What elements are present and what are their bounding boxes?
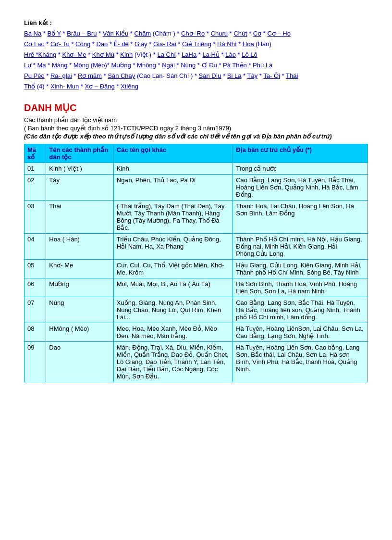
link-cong[interactable]: Công — [75, 40, 90, 48]
cell-ten: Khơ- Me — [46, 259, 113, 278]
cell-ten: Hoa ( Hán) — [46, 233, 113, 259]
link-mnong[interactable]: Mnông — [137, 62, 156, 69]
cell-maso: 06 — [24, 278, 46, 297]
table-row: 09DaoMán, Động, Trại, Xá, Dìu, Miền, Kiề… — [24, 341, 368, 382]
link-ta-oi[interactable]: Ta- Ôi — [263, 72, 280, 79]
link-la-hu[interactable]: La Hủ — [202, 51, 219, 58]
cell-diaban: Hà Tuyên, Hoàng Liên Sơn, Cao bằng, Lang… — [233, 341, 368, 382]
link-ha-nhi[interactable]: Hà Nhì — [217, 40, 236, 48]
cell-tengoi: ( Thái trắng), Tày Đăm (Thái Đen), Tày M… — [113, 200, 233, 233]
table-row: 03Thái( Thái trắng), Tày Đăm (Thái Đen),… — [24, 200, 368, 233]
link-ro-mam[interactable]: Rơ măm — [78, 72, 102, 79]
table-row: 02TàyNgạn, Phén, Thủ Lao, Pa DíCao Bằng,… — [24, 174, 368, 200]
lien-ket-title: Liên kết : — [24, 19, 368, 26]
cell-tengoi: Xuồng, Giàng, Nùng An, Phàn Sinh, Nùng C… — [113, 297, 233, 323]
cell-maso: 08 — [24, 323, 46, 341]
cell-maso: 03 — [24, 200, 46, 233]
link-mang[interactable]: Màng — [52, 62, 68, 69]
header-diaban: Địa bàn cư trú chủ yếu (*) — [233, 144, 368, 163]
table-row: 04Hoa ( Hán)Triều Châu, Phúc Kiến, Quảng… — [24, 233, 368, 259]
link-cho-ro[interactable]: Chơ- Ro — [181, 30, 205, 37]
link-si-la[interactable]: Si La — [227, 72, 242, 79]
cell-ten: Mường — [46, 278, 113, 297]
cell-diaban: Cao Bằng, Lang Sơn, Bắc Thái, Hà Tuyên, … — [233, 297, 368, 323]
link-san-diu[interactable]: Sán Dìu — [199, 72, 221, 79]
cell-maso: 02 — [24, 174, 46, 200]
link-co-tu[interactable]: Cơ- Tu — [50, 40, 70, 48]
link-muong[interactable]: Mường — [111, 62, 131, 69]
header-ten: Tên các thành phần dân tộc — [46, 144, 113, 163]
link-brau-bru[interactable]: Brâu – Bru — [67, 30, 97, 37]
link-dao[interactable]: Dao — [96, 40, 108, 48]
danh-muc-subtitle1: Các thành phần dân tộc việt nam — [24, 116, 368, 124]
cell-tengoi: Mán, Động, Trại, Xá, Dìu, Miền, Kiềm, Mi… — [113, 341, 233, 382]
link-kho-mu[interactable]: Khơ-Mú — [92, 51, 114, 58]
link-lao[interactable]: Lào — [225, 51, 236, 58]
header-maso: Mã số — [24, 144, 46, 163]
cell-tengoi: Ngạn, Phén, Thủ Lao, Pa Dí — [113, 174, 233, 200]
link-ngai[interactable]: Ngái — [162, 62, 175, 69]
link-laha[interactable]: LaHa — [182, 51, 196, 58]
link-thai[interactable]: Thái — [286, 72, 298, 79]
link-co[interactable]: Cơ — [253, 30, 261, 37]
link-tho[interactable]: Thổ — [24, 83, 35, 90]
cell-ten: Tày — [46, 174, 113, 200]
table-row: 07NùngXuồng, Giàng, Nùng An, Phàn Sinh, … — [24, 297, 368, 323]
link-kinh[interactable]: Kinh — [120, 51, 133, 58]
cell-maso: 07 — [24, 297, 46, 323]
link-pu-peo[interactable]: Pu Péo — [24, 72, 45, 79]
link-pa-then[interactable]: Pà Thẻn — [223, 62, 247, 69]
cell-ten: Kinh ( Việt ) — [46, 163, 113, 174]
danh-muc-section: DANH MỤC Các thành phần dân tộc việt nam… — [24, 102, 368, 382]
link-mong[interactable]: Mông — [74, 62, 89, 69]
danh-muc-subtitle2: ( Ban hành theo quyết định số 121-TCTK/P… — [24, 125, 368, 132]
link-nung[interactable]: Nùng — [181, 62, 196, 69]
link-gie-trieng[interactable]: Giẻ Triêng — [182, 40, 211, 48]
table-header-row: Mã số Tên các thành phần dân tộc Các tên… — [24, 144, 368, 163]
cell-ten: Nùng — [46, 297, 113, 323]
link-hoa-han[interactable]: Hoa — [243, 40, 254, 48]
cell-ten: Thái — [46, 200, 113, 233]
link-o-du[interactable]: Ơ Đu — [202, 62, 217, 69]
link-ba-na[interactable]: Ba Na — [24, 30, 41, 37]
cell-diaban: Hậu Giang, Cửu Long, Kiên Giang, Minh Hả… — [233, 259, 368, 278]
link-san-chay[interactable]: Sán Chay — [108, 72, 135, 79]
link-xo-dang[interactable]: Xơ – Đăng — [85, 83, 115, 90]
link-e-de[interactable]: Ê- đê — [114, 40, 129, 48]
cell-maso: 09 — [24, 341, 46, 382]
cell-tengoi: Meo, Hoa, Mèo Xanh, Mèo Đỏ, Mèo Đen, Ná … — [113, 323, 233, 341]
link-kho-me[interactable]: Khơ- Me — [62, 51, 86, 58]
link-churu[interactable]: Churu — [211, 30, 228, 37]
link-ma[interactable]: Ma — [37, 62, 46, 69]
table-row: 01Kinh ( Việt )KinhTrong cả nước — [24, 163, 368, 174]
link-hre-khang[interactable]: Hrê *Kháng — [24, 51, 56, 58]
link-giay[interactable]: Giáy — [135, 40, 147, 48]
cell-ten: HMông ( Mèo) — [46, 323, 113, 341]
cell-diaban: Hà Sơn Bình, Thanh Hoá, Vĩnh Phú, Hoàng … — [233, 278, 368, 297]
cell-diaban: Cao Bằng, Lang Sơn, Hà Tuyên, Bắc Thái, … — [233, 174, 368, 200]
link-xinh-mun[interactable]: Xinh- Mun — [50, 83, 79, 90]
danh-muc-note: (Các dân tộc được xếp theo thứ tự số lượ… — [24, 133, 368, 140]
link-ra-glai[interactable]: Ra- glai — [50, 72, 72, 79]
cell-maso: 04 — [24, 233, 46, 259]
link-la-chi[interactable]: La Chí — [157, 51, 175, 58]
header-tengoi: Các tên gọi khác — [113, 144, 233, 163]
dan-toc-table: Mã số Tên các thành phần dân tộc Các tên… — [24, 144, 368, 382]
link-xtieng[interactable]: Xtiêng — [121, 83, 138, 90]
cell-diaban: Thanh Hoá, Lai Châu, Hoàng Lên Sơn, Hà S… — [233, 200, 368, 233]
link-bo-y[interactable]: Bồ Y — [47, 30, 61, 37]
cell-tengoi: Cur, Cul, Cu, Thổ, Việt gốc Miên, Khơ-Me… — [113, 259, 233, 278]
link-lo-lo[interactable]: Lô Lô — [242, 51, 257, 58]
cell-tengoi: Triều Châu, Phúc Kiến, Quảng Đông, Hải N… — [113, 233, 233, 259]
cell-tengoi: Kinh — [113, 163, 233, 174]
link-cham[interactable]: Chăm — [135, 30, 151, 37]
link-phu-la[interactable]: Phù Lá — [253, 62, 272, 69]
link-gia-rai[interactable]: Gia- Rai — [153, 40, 176, 48]
link-co-lao[interactable]: Cơ Lao — [24, 40, 45, 48]
link-co-ho[interactable]: Cơ – Ho — [267, 30, 290, 37]
link-lu[interactable]: Lự — [24, 62, 31, 69]
table-row: 05Khơ- MeCur, Cul, Cu, Thổ, Việt gốc Miê… — [24, 259, 368, 278]
link-tay[interactable]: Tày — [247, 72, 258, 79]
link-van-kieu[interactable]: Vân Kiều — [103, 30, 129, 37]
link-chut[interactable]: Chứt — [233, 30, 247, 37]
